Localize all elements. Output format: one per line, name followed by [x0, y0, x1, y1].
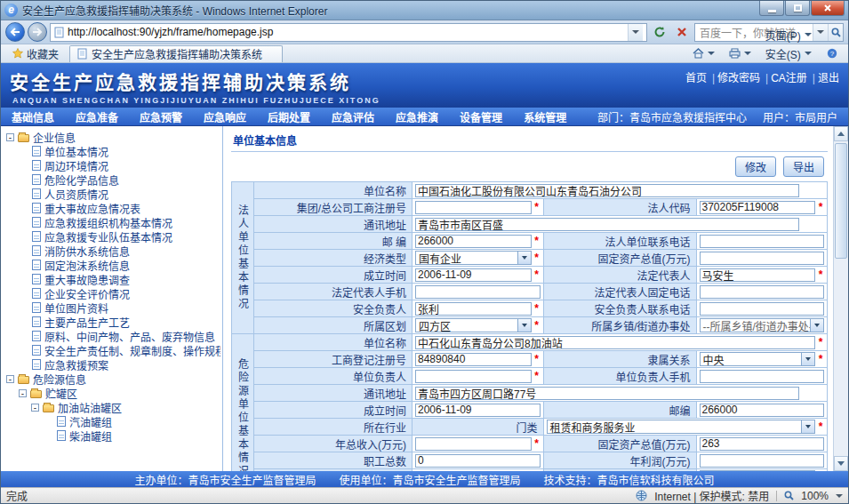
tree-expander-icon[interactable]: -: [31, 404, 39, 412]
nav-item[interactable]: 应急推演: [396, 109, 438, 124]
nav-item[interactable]: 设备管理: [460, 109, 502, 124]
field-label: 法人代码: [544, 199, 697, 216]
help-button[interactable]: ?: [821, 46, 844, 60]
print-button[interactable]: [723, 46, 757, 60]
scrollbar-thumb[interactable]: [835, 143, 847, 259]
vertical-scrollbar[interactable]: [833, 126, 848, 471]
maximize-button[interactable]: [785, 1, 810, 16]
field-label: 成立时间: [254, 267, 412, 284]
tree-node-icon: [32, 331, 41, 341]
tree-node-label: 原料、中间产物、产品、废弃物信息: [44, 329, 215, 343]
tree-expander-icon[interactable]: -: [6, 133, 14, 141]
zoom-level[interactable]: 100%: [801, 490, 829, 502]
hazard-unit-name-input[interactable]: [415, 336, 815, 349]
tree-item[interactable]: - 贮罐区: [3, 386, 220, 400]
tree-item[interactable]: 企业安全评价情况: [3, 286, 220, 300]
unit-head-input[interactable]: [415, 370, 532, 383]
modify-button[interactable]: 修改: [735, 156, 776, 177]
legal-rep-input[interactable]: [700, 268, 816, 282]
tree-item[interactable]: 应急救援专业队伍基本情况: [3, 229, 220, 244]
tree-node-label: 应急救援专业队伍基本情况: [44, 229, 172, 244]
legal-unit-name-input[interactable]: [415, 184, 799, 197]
scroll-down-button[interactable]: [834, 456, 848, 471]
tree-item[interactable]: - 危险源信息: [3, 372, 220, 386]
header-link[interactable]: 修改密码: [707, 69, 760, 84]
district-select[interactable]: 四方区: [415, 318, 532, 332]
tree-item[interactable]: 消防供水系统信息: [3, 244, 220, 258]
business-regno-input[interactable]: [415, 353, 532, 366]
header-link[interactable]: CA注册: [760, 69, 807, 84]
required-marker: *: [817, 336, 824, 348]
section-label: 法人单位基本情况: [232, 182, 254, 334]
scrollbar-track[interactable]: [834, 141, 848, 456]
legal-address-input[interactable]: [415, 218, 799, 231]
export-button[interactable]: 导出: [783, 156, 824, 177]
nav-item[interactable]: 应急准备: [76, 109, 118, 124]
tree-item[interactable]: 危险化学品信息: [3, 172, 220, 187]
tree-item[interactable]: 汽油罐组: [3, 414, 220, 428]
tree-expander-icon[interactable]: -: [19, 389, 27, 397]
tree-item[interactable]: 单位图片资料: [3, 300, 220, 315]
township-select[interactable]: --所属乡镇/街道办事处--: [700, 318, 825, 332]
tree-item[interactable]: 应急救援预案: [3, 357, 220, 372]
safety-officer-phone-input[interactable]: [700, 302, 825, 316]
tree-item[interactable]: 单位基本情况: [3, 144, 220, 158]
tree-item[interactable]: 安全生产责任制、规章制度、操作规程信息: [3, 343, 220, 357]
annual-profit-input[interactable]: [700, 454, 825, 468]
unit-head-mobile-input[interactable]: [700, 370, 825, 383]
fixed-assets-input[interactable]: [700, 252, 825, 265]
nav-item[interactable]: 系统管理: [524, 109, 566, 124]
command-menu-item[interactable]: 安全(S): [759, 44, 819, 63]
industry-category-select[interactable]: 租赁和商务服务业: [547, 420, 816, 434]
close-button[interactable]: [811, 1, 845, 16]
founding-date-input[interactable]: [415, 268, 532, 282]
affiliation-select[interactable]: 中央: [700, 352, 816, 366]
nav-item[interactable]: 应急评估: [332, 109, 374, 124]
legal-code-input[interactable]: [700, 201, 816, 214]
back-button[interactable]: [5, 22, 25, 42]
tree-item[interactable]: 应急救援组织机构基本情况: [3, 215, 220, 229]
nav-item[interactable]: 应急预警: [140, 109, 182, 124]
tree-item[interactable]: 原料、中间产物、产品、废弃物信息: [3, 329, 220, 343]
staff-count-input[interactable]: [415, 454, 541, 468]
address-field[interactable]: http://localhost:90/yjzh/frame/homepage.…: [50, 23, 647, 42]
hazard-address-input[interactable]: [415, 387, 799, 400]
tree-expander-icon[interactable]: -: [6, 375, 14, 383]
economic-type-select[interactable]: 国有企业: [415, 251, 532, 265]
tree-item[interactable]: - 企业信息: [3, 130, 220, 144]
minimize-button[interactable]: [759, 1, 784, 16]
nav-item[interactable]: 应急响应: [204, 109, 246, 124]
postcode-input[interactable]: [415, 235, 532, 248]
address-dropdown-button[interactable]: [628, 24, 643, 41]
command-menu-item[interactable]: 页面(P): [759, 26, 819, 44]
forward-button[interactable]: [28, 22, 47, 42]
hazard-fixed-assets-input[interactable]: [700, 437, 825, 451]
safety-officer-input[interactable]: [415, 302, 532, 316]
nav-item[interactable]: 后期处置: [268, 109, 310, 124]
group-regno-input[interactable]: [415, 201, 532, 214]
scroll-up-button[interactable]: [834, 126, 848, 141]
tree-item[interactable]: 重大事故应急情况表: [3, 201, 220, 215]
annual-income-input[interactable]: [415, 437, 532, 451]
field-label: 隶属关系: [544, 351, 697, 368]
favorites-button[interactable]: 收藏夹: [5, 44, 66, 63]
header-link[interactable]: 退出: [807, 69, 839, 84]
home-button[interactable]: [686, 46, 721, 60]
nav-item[interactable]: 基础信息: [12, 109, 54, 124]
tree-item[interactable]: - 加油站油罐区: [3, 400, 220, 414]
tree-item[interactable]: 固定泡沫系统信息: [3, 258, 220, 272]
zoom-dropdown-icon[interactable]: [836, 494, 843, 498]
header-link[interactable]: 首页: [685, 69, 707, 84]
legal-phone-input[interactable]: [700, 235, 825, 248]
browser-tab[interactable]: 安全生产应急救援指挥辅助决策系统: [69, 45, 283, 62]
tree-item[interactable]: 柴油罐组: [3, 428, 220, 443]
tree-item[interactable]: 人员资质情况: [3, 187, 220, 201]
tree-item[interactable]: 周边环境情况: [3, 158, 220, 172]
hazard-founding-date-input[interactable]: [415, 404, 541, 417]
legal-rep-mobile-input[interactable]: [415, 285, 541, 299]
tree-item[interactable]: 主要产品生产工艺: [3, 315, 220, 329]
legal-rep-tel-input[interactable]: [700, 285, 825, 299]
hazard-postcode-input[interactable]: [700, 404, 825, 417]
tree-item[interactable]: 重大事故隐患调查: [3, 272, 220, 286]
refresh-button[interactable]: [650, 23, 669, 42]
